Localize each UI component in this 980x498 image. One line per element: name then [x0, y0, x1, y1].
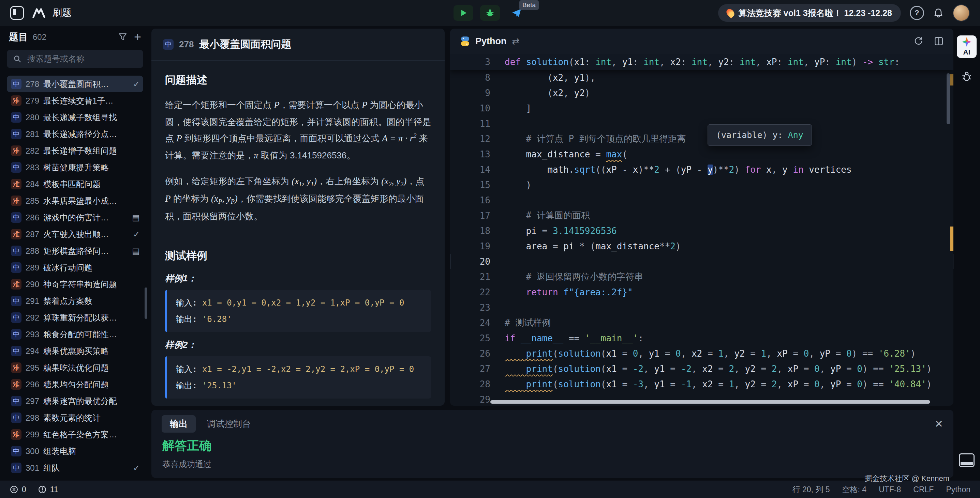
problem-list-item[interactable]: 中292算珠重新分配以获… [7, 309, 143, 326]
sparkle-icon [962, 37, 972, 47]
code-line[interactable]: 10 ] [450, 100, 953, 116]
problem-list-item[interactable]: 难296糖果均匀分配问题 [7, 376, 143, 393]
problem-list-item[interactable]: 难295糖果吃法优化问题 [7, 359, 143, 376]
code-line[interactable]: 20 [450, 254, 953, 269]
encoding[interactable]: UTF-8 [879, 485, 901, 494]
sidebar-scrollbar[interactable] [145, 287, 147, 319]
problem-list-item[interactable]: 中281最长递减路径分点… [7, 126, 143, 143]
code-line[interactable]: 28 print(solution(x1 = -3, y1 = -1, x2 =… [450, 376, 953, 392]
problem-list-item[interactable]: 中286游戏中的伤害计…▤ [7, 209, 143, 226]
code-line[interactable]: 18 pi = 3.1415926536 [450, 223, 953, 238]
debug-run-button[interactable] [480, 5, 500, 21]
debug-panel-icon[interactable] [961, 71, 972, 82]
warnings-count[interactable]: 11 [50, 485, 58, 494]
problem-title: 游戏中的伤害计… [43, 212, 128, 223]
line-number: 22 [450, 287, 505, 297]
code-line[interactable]: 24# 测试样例 [450, 315, 953, 330]
contest-banner[interactable]: 算法竞技赛 vol1 3报名啦！ 12.23 -12.28 [718, 4, 901, 22]
code-line[interactable]: 27 print(solution(x1 = -2, y1 = -2, x2 =… [450, 361, 953, 376]
line-number: 12 [450, 134, 505, 144]
problem-list-item[interactable]: 中288矩形棋盘路径问…▤ [7, 243, 143, 259]
fullscreen-icon[interactable] [934, 36, 944, 46]
code-line[interactable]: 25if __name__ == '__main__': [450, 330, 953, 346]
toggle-panel-icon[interactable] [959, 454, 975, 467]
code-line[interactable]: 13 max_distance = max( [450, 146, 953, 162]
code-line[interactable]: 8 (x2, y1), [450, 70, 953, 85]
code-line[interactable]: 11 [450, 116, 953, 131]
code-line[interactable]: 15 ) [450, 177, 953, 192]
editor-horizontal-scrollbar[interactable] [490, 400, 930, 404]
filter-icon[interactable] [118, 33, 127, 41]
problem-list-item[interactable]: 中291禁着点方案数 [7, 293, 143, 309]
problem-list-item[interactable]: 中301组队✓ [7, 460, 143, 476]
line-number: 8 [450, 73, 505, 83]
problem-count: 602 [33, 32, 113, 42]
code-line[interactable]: 19 area = pi * (max_distance**2) [450, 238, 953, 254]
eol-setting[interactable]: CRLF [913, 485, 934, 494]
problem-list-item[interactable]: 难285水果店果篮最小成… [7, 192, 143, 209]
run-button[interactable] [453, 5, 473, 21]
code-editor[interactable]: 3 def solution(x1: int, y1: int, x2: int… [450, 54, 953, 406]
reset-code-icon[interactable] [913, 36, 923, 46]
brand-logo-icon[interactable] [32, 8, 46, 18]
sidebar-toggle-icon[interactable] [10, 6, 24, 20]
code-line[interactable]: 9 (x2, y2) [450, 85, 953, 100]
code-line[interactable]: 21 # 返回保留两位小数的字符串 [450, 269, 953, 284]
close-icon[interactable]: ✕ [935, 418, 943, 430]
problem-list-item[interactable]: 难279最长连续交替1子… [7, 92, 143, 109]
code-line[interactable]: 12 # 计算点 P 到每个顶点的欧几里得距离 [450, 131, 953, 146]
language-mode[interactable]: Python [946, 485, 970, 494]
problem-id: 288 [25, 246, 39, 256]
language-label: Python [475, 36, 507, 47]
problem-list-item[interactable]: 中294糖果优惠购买策略 [7, 343, 143, 359]
code-line[interactable]: 17 # 计算圆的面积 [450, 208, 953, 223]
difficulty-badge: 中 [11, 162, 21, 173]
cursor-position[interactable]: 行 20, 列 5 [792, 484, 830, 495]
sticky-line-number: 3 [450, 57, 505, 67]
help-button[interactable]: ? [910, 6, 924, 20]
code-text: (x2, y1), [505, 73, 595, 83]
difficulty-badge: 中 [11, 212, 21, 223]
problem-list-item[interactable]: 中298素数元素的统计 [7, 409, 143, 426]
problem-list-item[interactable]: 难287火车驶入驶出顺…✓ [7, 226, 143, 243]
problem-list-item[interactable]: 难299红色格子染色方案… [7, 426, 143, 443]
code-line[interactable]: 22 return f"{area:.2f}" [450, 284, 953, 300]
problem-list-item[interactable]: 中293粮食分配的可能性… [7, 326, 143, 343]
problem-list-item[interactable]: 中300组装电脑 [7, 443, 143, 460]
ai-assistant-button[interactable]: AI [957, 35, 977, 58]
editor-vertical-scrollbar[interactable] [947, 73, 950, 124]
line-number: 9 [450, 88, 505, 98]
problem-list-item[interactable]: 中278最小覆盖圆面积…✓ [7, 76, 143, 92]
search-input[interactable] [27, 54, 137, 64]
problem-list-item[interactable]: 中289破冰行动问题 [7, 259, 143, 276]
code-line[interactable]: 23 [450, 300, 953, 315]
tab-output[interactable]: 输出 [162, 415, 196, 433]
code-line[interactable]: 14 math.sqrt((xP - x)**2 + (yP - y)**2) … [450, 162, 953, 177]
tab-debug-console[interactable]: 调试控制台 [207, 418, 251, 430]
problem-list-item[interactable]: 中297糖果迷宫的最优分配 [7, 393, 143, 409]
problem-list-item[interactable]: 中283树苗健康提升策略 [7, 159, 143, 176]
code-line[interactable]: 26 print(solution(x1 = 0, y1 = 0, x2 = 1… [450, 346, 953, 361]
difficulty-badge: 难 [11, 362, 21, 373]
errors-count[interactable]: 0 [22, 485, 26, 494]
problem-list-item[interactable]: 难284模板串匹配问题 [7, 176, 143, 192]
language-switch-icon[interactable]: ⇄ [512, 36, 520, 47]
problem-title: 糖果均匀分配问题 [43, 379, 140, 390]
code-text: ) [505, 180, 531, 190]
difficulty-badge: 难 [11, 95, 21, 106]
problem-list-item[interactable]: 中280最长递减子数组寻找 [7, 109, 143, 126]
notification-bell-icon[interactable] [933, 8, 944, 18]
add-problem-button[interactable]: + [134, 31, 141, 43]
sidebar-title: 题目 [9, 31, 28, 44]
problem-id: 285 [25, 196, 39, 206]
user-avatar[interactable] [953, 5, 970, 21]
sticky-code-line[interactable]: 3 def solution(x1: int, y1: int, x2: int… [450, 54, 953, 70]
problem-list-item[interactable]: 难290神奇字符串构造问题 [7, 276, 143, 293]
watermark: 掘金技术社区 @ Kennem [865, 473, 950, 484]
code-line[interactable]: 16 [450, 192, 953, 208]
problem-list-item[interactable]: 难282最长递增子数组问题 [7, 143, 143, 159]
indent-setting[interactable]: 空格: 4 [842, 484, 867, 495]
search-box[interactable] [7, 50, 143, 68]
submit-button[interactable]: Beta [507, 5, 527, 21]
problem-list: 中278最小覆盖圆面积…✓难279最长连续交替1子…中280最长递减子数组寻找中… [7, 76, 143, 481]
